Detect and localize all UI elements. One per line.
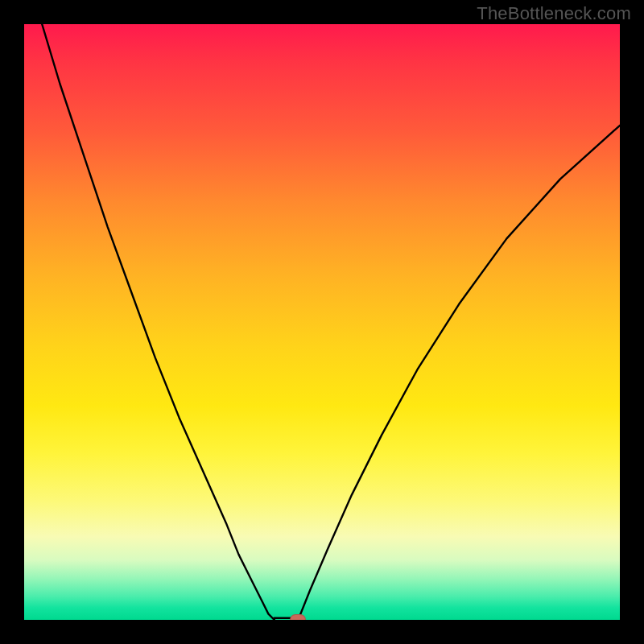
- watermark-text: TheBottleneck.com: [477, 3, 631, 24]
- chart-frame: TheBottleneck.com: [0, 0, 644, 644]
- plot-area: [24, 24, 620, 620]
- bottleneck-curve: [42, 24, 620, 620]
- optimum-marker: [290, 614, 306, 620]
- curve-svg: [24, 24, 620, 620]
